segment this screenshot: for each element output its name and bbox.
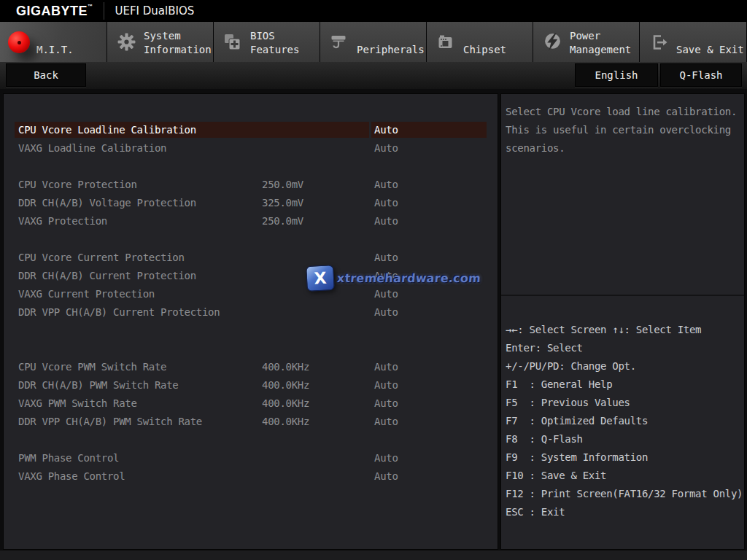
tab-mit[interactable]: M.I.T. [0, 22, 107, 62]
tab-system-information[interactable]: System Information [107, 22, 213, 62]
settings-row[interactable]: VAXG Phase ControlAuto [4, 467, 498, 486]
setting-option[interactable]: Auto [374, 358, 398, 376]
setting-label: CPU Vcore PWM Switch Rate [18, 358, 166, 376]
bios-title: UEFI DualBIOS [115, 4, 195, 18]
settings-row[interactable]: VAXG PWM Switch Rate400.0KHzAuto [4, 394, 498, 413]
gear-icon [115, 31, 138, 53]
watermark-x-icon: X [306, 265, 335, 292]
setting-value: 325.0mV [262, 194, 303, 212]
tab-label: System [144, 29, 212, 43]
toolbar: Back English Q-Flash [0, 62, 747, 89]
settings-row[interactable]: DDR VPP CH(A/B) PWM Switch Rate400.0KHzA… [4, 413, 498, 431]
setting-label: VAXG PWM Switch Rate [18, 394, 137, 413]
legend-line: F8 : Q-Flash [506, 430, 743, 448]
legend-line: F7 : Optimized Defaults [506, 412, 743, 430]
back-button[interactable]: Back [6, 63, 86, 87]
tab-bios-features[interactable]: BIOS Features [214, 22, 320, 62]
legend-line: →←: Select Screen ↑↓: Select Item [506, 321, 743, 339]
setting-label: DDR CH(A/B) Current Protection [18, 267, 196, 285]
tab-label: Save & Exit [676, 43, 744, 57]
setting-option[interactable]: Auto [374, 303, 398, 322]
legend-line: Enter: Select [506, 339, 743, 357]
setting-label: DDR VPP CH(A/B) Current Protection [18, 303, 220, 322]
setting-value: 250.0mV [262, 212, 303, 230]
language-button[interactable]: English [575, 63, 658, 87]
setting-label: VAXG Loadline Calibration [18, 139, 166, 158]
tab-label: M.I.T. [36, 43, 74, 57]
setting-option[interactable]: Auto [374, 176, 398, 194]
setting-option[interactable]: Auto [374, 212, 398, 230]
tab-label: Management [570, 43, 631, 57]
setting-option[interactable]: Auto [374, 121, 398, 139]
setting-option[interactable]: Auto [374, 249, 398, 267]
watermark: X xtremehardware.com [306, 265, 481, 291]
legend-line: F5 : Previous Values [506, 394, 743, 412]
exit-door-arrow-icon [647, 31, 670, 53]
legend-line: F10 : Save & Exit [506, 467, 743, 485]
title-bar: GIGABYTE™ UEFI DualBIOS [0, 0, 747, 22]
tab-label: Chipset [463, 43, 506, 57]
legend-line: F1 : General Help [506, 376, 743, 394]
setting-option[interactable]: Auto [374, 394, 398, 413]
help-line: scenarios. [506, 139, 741, 158]
gigabyte-logo: GIGABYTE™ [16, 4, 93, 19]
setting-label: DDR VPP CH(A/B) PWM Switch Rate [18, 413, 202, 431]
setting-option[interactable]: Auto [374, 413, 398, 431]
setting-label: VAXG Protection [18, 212, 107, 230]
settings-row[interactable]: CPU Vcore Protection250.0mVAuto [4, 176, 498, 194]
setting-option[interactable]: Auto [374, 139, 398, 158]
bios-chip-plus-icon [221, 31, 244, 53]
setting-value: 250.0mV [262, 176, 303, 194]
tab-label: Features [250, 43, 299, 57]
settings-row[interactable]: DDR CH(A/B) Voltage Protection325.0mVAut… [4, 194, 498, 212]
settings-row[interactable]: VAXG Loadline CalibrationAuto [4, 139, 498, 158]
help-line: This is useful in certain overclocking [506, 121, 741, 139]
settings-row[interactable]: VAXG Protection250.0mVAuto [4, 212, 498, 230]
tab-save-exit[interactable]: Save & Exit [640, 22, 746, 62]
setting-value: 400.0KHz [262, 413, 309, 431]
setting-label: VAXG Current Protection [18, 285, 155, 303]
settings-row[interactable]: DDR VPP CH(A/B) Current ProtectionAuto [4, 303, 498, 322]
setting-option[interactable]: Auto [374, 376, 398, 394]
key-legend: →←: Select Screen ↑↓: Select ItemEnter: … [501, 296, 744, 521]
help-line: Select CPU Vcore load line calibration. [506, 103, 741, 121]
settings-row[interactable]: CPU Vcore PWM Switch Rate400.0KHzAuto [4, 358, 498, 376]
bottom-strip [0, 551, 747, 560]
settings-row[interactable]: DDR CH(A/B) PWM Switch Rate400.0KHzAuto [4, 376, 498, 394]
trademark: ™ [88, 4, 93, 9]
setting-value: 400.0KHz [262, 358, 309, 376]
setting-option[interactable]: Auto [374, 467, 398, 486]
tab-label: Power [570, 29, 631, 43]
settings-row[interactable]: PWM Phase ControlAuto [4, 449, 498, 467]
setting-option[interactable]: Auto [374, 194, 398, 212]
chipset-icon [434, 31, 457, 53]
setting-label: CPU Vcore Loadline Calibration [18, 121, 196, 139]
setting-label: PWM Phase Control [18, 449, 119, 467]
setting-option[interactable]: Auto [374, 449, 398, 467]
legend-line: F9 : System Information [506, 448, 743, 467]
qflash-button[interactable]: Q-Flash [660, 63, 742, 87]
lightning-bolt-icon [541, 31, 564, 53]
legend-line: ESC : Exit [506, 503, 743, 521]
tab-chipset[interactable]: Chipset [427, 22, 533, 62]
brand-text: GIGABYTE [16, 4, 88, 18]
tab-power-management[interactable]: Power Management [533, 22, 639, 62]
setting-label: CPU Vcore Protection [18, 176, 137, 194]
tab-bar: M.I.T. System Information [0, 22, 747, 62]
mouse-icon [328, 31, 351, 53]
tab-label: Peripherals [357, 43, 425, 57]
tab-label: BIOS [250, 29, 299, 43]
tab-label: Information [144, 43, 212, 57]
tab-peripherals[interactable]: Peripherals [320, 22, 426, 62]
setting-value: 400.0KHz [262, 394, 309, 413]
settings-row[interactable]: CPU Vcore Current ProtectionAuto [4, 249, 498, 267]
setting-label: CPU Vcore Current Protection [18, 249, 185, 267]
legend-line: +/-/PU/PD: Change Opt. [506, 357, 743, 376]
setting-label: VAXG Phase Control [18, 467, 125, 486]
help-panel: Select CPU Vcore load line calibration. … [500, 93, 745, 550]
settings-panel: CPU Vcore Loadline CalibrationAutoVAXG L… [3, 93, 498, 550]
settings-row[interactable]: CPU Vcore Loadline CalibrationAuto [4, 121, 498, 139]
setting-value: 400.0KHz [262, 376, 309, 394]
help-text: Select CPU Vcore load line calibration. … [501, 94, 744, 296]
legend-line: F12 : Print Screen(FAT16/32 Format Only) [506, 485, 743, 503]
